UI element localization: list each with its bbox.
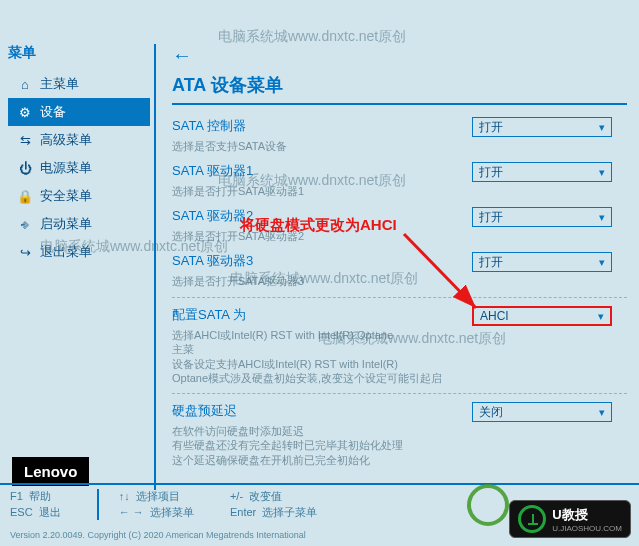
sidebar-item-label: 电源菜单	[40, 159, 92, 177]
boot-icon: ⎆	[16, 217, 34, 232]
select-value: AHCI	[480, 309, 509, 323]
sidebar-item-advanced[interactable]: ⇆ 高级菜单	[8, 126, 150, 154]
sliders-icon: ⇆	[16, 133, 34, 148]
select-value: 打开	[479, 254, 503, 271]
badge-ring-icon	[518, 505, 546, 533]
brand-logo: Lenovo	[12, 457, 89, 486]
sidebar-item-exit[interactable]: ↪ 退出菜单	[8, 238, 150, 266]
setting-desc: 选择AHCI或Intel(R) RST with Intel(R) Optane…	[172, 328, 472, 385]
select-value: 打开	[479, 119, 503, 136]
setting-desc: 选择是否支持SATA设备	[172, 139, 472, 154]
sidebar-item-devices[interactable]: ⚙ 设备	[8, 98, 150, 126]
badge-text: U教授	[552, 506, 622, 524]
power-icon: ⏻	[16, 161, 34, 176]
sidebar-item-power[interactable]: ⏻ 电源菜单	[8, 154, 150, 182]
setting-desc: 选择是否打开SATA驱动器1	[172, 184, 472, 199]
setting-label: SATA 驱动器3	[172, 252, 472, 270]
exit-icon: ↪	[16, 245, 34, 260]
sidebar-item-label: 主菜单	[40, 75, 79, 93]
sidebar-item-label: 安全菜单	[40, 187, 92, 205]
sidebar-title: 菜单	[8, 44, 150, 62]
sidebar-item-label: 退出菜单	[40, 243, 92, 261]
chevron-down-icon: ▾	[598, 310, 604, 323]
page-title: ATA 设备菜单	[172, 73, 627, 105]
chevron-down-icon: ▾	[599, 211, 605, 224]
divider	[172, 297, 627, 298]
divider	[172, 393, 627, 394]
select-value: 打开	[479, 209, 503, 226]
sidebar-item-label: 高级菜单	[40, 131, 92, 149]
home-icon: ⌂	[16, 77, 34, 92]
setting-label: 配置SATA 为	[172, 306, 472, 324]
site-badge: U教授 U.JIAOSHOU.COM	[509, 500, 631, 538]
sata-drive2-select[interactable]: 打开 ▾	[472, 207, 612, 227]
configure-sata-select[interactable]: AHCI ▾	[472, 306, 612, 326]
sidebar-item-main[interactable]: ⌂ 主菜单	[8, 70, 150, 98]
sidebar-item-label: 启动菜单	[40, 215, 92, 233]
setting-label: SATA 控制器	[172, 117, 472, 135]
lock-icon: 🔒	[16, 189, 34, 204]
sata-controller-select[interactable]: 打开 ▾	[472, 117, 612, 137]
sidebar-item-boot[interactable]: ⎆ 启动菜单	[8, 210, 150, 238]
setting-desc: 选择是否打开SATA驱动器2	[172, 229, 472, 244]
sidebar-item-security[interactable]: 🔒 安全菜单	[8, 182, 150, 210]
select-value: 关闭	[479, 404, 503, 421]
chevron-down-icon: ▾	[599, 406, 605, 419]
chevron-down-icon: ▾	[599, 166, 605, 179]
setting-label: SATA 驱动器2	[172, 207, 472, 225]
sata-drive3-select[interactable]: 打开 ▾	[472, 252, 612, 272]
back-button[interactable]: ←	[172, 44, 627, 67]
sidebar-item-label: 设备	[40, 103, 66, 121]
setting-label: 硬盘预延迟	[172, 402, 472, 420]
setting-label: SATA 驱动器1	[172, 162, 472, 180]
hdd-predelay-select[interactable]: 关闭 ▾	[472, 402, 612, 422]
sata-drive1-select[interactable]: 打开 ▾	[472, 162, 612, 182]
chevron-down-icon: ▾	[599, 256, 605, 269]
gear-icon: ⚙	[16, 105, 34, 120]
sidebar: 菜单 ⌂ 主菜单 ⚙ 设备 ⇆ 高级菜单 ⏻ 电源菜单 🔒 安全菜单 ⎆ 启动菜…	[0, 44, 150, 490]
chevron-down-icon: ▾	[599, 121, 605, 134]
badge-sub: U.JIAOSHOU.COM	[552, 524, 622, 533]
select-value: 打开	[479, 164, 503, 181]
setting-desc: 在软件访问硬盘时添加延迟 有些硬盘还没有完全起转时已完毕其初始化处理 这个延迟确…	[172, 424, 472, 467]
setting-desc: 选择是否打开SATA驱动器3	[172, 274, 472, 289]
main-panel: ← ATA 设备菜单 SATA 控制器 打开 ▾ 选择是否支持SATA设备 SA…	[160, 44, 639, 490]
divider	[154, 44, 156, 490]
decorative-ring-icon	[467, 484, 509, 526]
